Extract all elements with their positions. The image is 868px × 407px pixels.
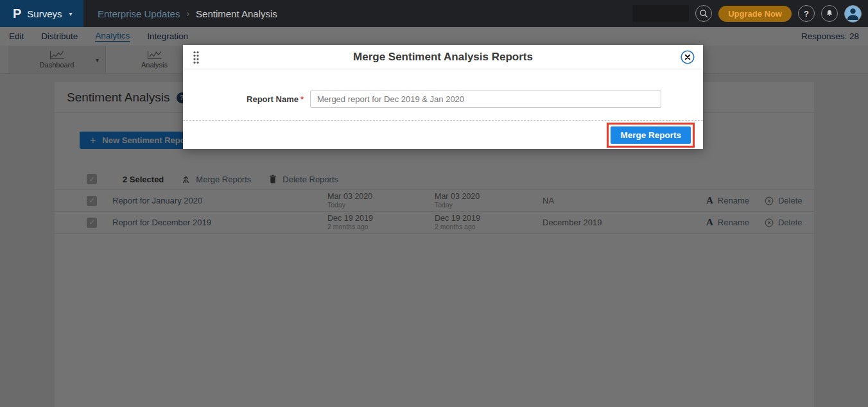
breadcrumb-parent[interactable]: Enterprise Updates: [98, 8, 180, 19]
breadcrumb: Enterprise Updates › Sentiment Analysis: [98, 8, 277, 19]
surveys-product-menu[interactable]: P Surveys ▾: [0, 0, 83, 27]
merge-reports-button[interactable]: Merge Reports: [611, 126, 691, 144]
screen: P Surveys ▾ Enterprise Updates › Sentime…: [0, 0, 868, 407]
search-field[interactable]: [632, 5, 689, 22]
modal-footer: Merge Reports: [183, 120, 703, 149]
topbar-actions: Upgrade Now ?: [632, 5, 868, 22]
help-icon[interactable]: ?: [798, 5, 815, 22]
avatar[interactable]: [844, 5, 862, 22]
upgrade-now-button[interactable]: Upgrade Now: [718, 6, 792, 22]
modal-header: Merge Sentiment Analysis Reports: [183, 45, 703, 69]
breadcrumb-separator: ›: [186, 8, 189, 19]
required-marker: *: [300, 94, 304, 104]
merge-reports-modal: Merge Sentiment Analysis Reports Report …: [183, 45, 703, 149]
search-icon[interactable]: [695, 5, 712, 22]
breadcrumb-current: Sentiment Analysis: [196, 8, 277, 19]
drag-handle-icon[interactable]: [193, 51, 199, 67]
modal-body: Report Name*: [183, 69, 703, 120]
chevron-down-icon: ▾: [69, 10, 73, 17]
report-name-label: Report Name*: [196, 94, 304, 104]
surveys-label: Surveys: [27, 8, 62, 19]
close-icon[interactable]: [681, 50, 695, 67]
top-bar: P Surveys ▾ Enterprise Updates › Sentime…: [0, 0, 868, 27]
notifications-bell-icon[interactable]: [821, 5, 838, 22]
annotation-highlight-box: Merge Reports: [607, 123, 695, 148]
report-name-input[interactable]: [310, 91, 661, 108]
questionpro-logo: P: [13, 6, 21, 21]
modal-title: Merge Sentiment Analysis Reports: [353, 51, 533, 64]
